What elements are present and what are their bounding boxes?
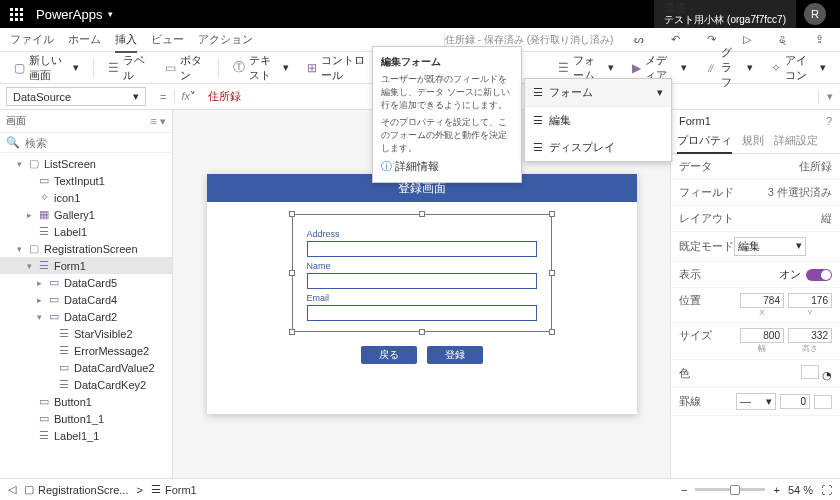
tree-node-dc4[interactable]: ▸▭DataCard4 xyxy=(0,291,172,308)
chevron-down-icon[interactable]: ▾ xyxy=(108,9,113,19)
zoom-in-icon[interactable]: + xyxy=(773,484,779,496)
tree-node-btn11[interactable]: ▭Button1_1 xyxy=(0,410,172,427)
label-icon: ☰ xyxy=(57,378,71,391)
button-button[interactable]: ▭ボタン xyxy=(159,51,210,85)
breadcrumb-form[interactable]: ☰Form1 xyxy=(151,483,197,496)
button-icon: ▭ xyxy=(37,412,51,425)
visible-toggle[interactable] xyxy=(806,269,832,281)
tab-advanced[interactable]: 詳細設定 xyxy=(774,129,818,153)
tree-node-btn1[interactable]: ▭Button1 xyxy=(0,393,172,410)
field-input[interactable] xyxy=(307,305,537,321)
formula-expand-icon[interactable]: ▾ xyxy=(818,90,840,103)
share-icon[interactable]: ୡ xyxy=(772,33,794,46)
screen-icon: ▢ xyxy=(27,157,41,170)
tab-rules[interactable]: 規則 xyxy=(742,129,764,153)
form-selection[interactable]: Address Name Email xyxy=(292,214,552,332)
tree-node-lbl11[interactable]: ☰Label1_1 xyxy=(0,427,172,444)
resize-handle[interactable] xyxy=(289,270,295,276)
tree-node-gallery[interactable]: ▸▦Gallery1 xyxy=(0,206,172,223)
publish-icon[interactable]: ⇪ xyxy=(808,33,830,46)
env-label: 環境 xyxy=(664,3,786,14)
textinput-icon: ▭ xyxy=(57,361,71,374)
label-button[interactable]: ☰ラベル xyxy=(102,51,153,85)
tooltip-link[interactable]: ⓘ 詳細情報 xyxy=(381,159,513,174)
tree-node-dck[interactable]: ☰DataCardKey2 xyxy=(0,376,172,393)
pos-y-input[interactable] xyxy=(788,293,832,308)
zoom-out-icon[interactable]: − xyxy=(681,484,687,496)
tree-node-dc5[interactable]: ▸▭DataCard5 xyxy=(0,274,172,291)
icons-icon: ✧ xyxy=(771,61,781,75)
submit-button[interactable]: 登録 xyxy=(427,346,483,364)
tree-node-star[interactable]: ☰StarVisible2 xyxy=(0,325,172,342)
help-icon[interactable]: ? xyxy=(826,115,832,127)
app-launcher-icon[interactable] xyxy=(6,4,26,24)
tree-node-listscreen[interactable]: ▾▢ListScreen xyxy=(0,155,172,172)
border-color-swatch[interactable] xyxy=(814,395,832,409)
tree-node-regscreen[interactable]: ▾▢RegistrationScreen xyxy=(0,240,172,257)
size-h-input[interactable] xyxy=(788,328,832,343)
display-form-icon: ☰ xyxy=(533,141,543,154)
resize-handle[interactable] xyxy=(549,211,555,217)
tree-node-dcv[interactable]: ▭DataCardValue2 xyxy=(0,359,172,376)
tab-properties[interactable]: プロパティ xyxy=(677,129,732,154)
menu-home[interactable]: ホーム xyxy=(68,32,101,47)
fit-icon[interactable]: ⛶ xyxy=(821,484,832,496)
size-w-input[interactable] xyxy=(740,328,784,343)
breadcrumb-screen[interactable]: ▢RegistrationScre... xyxy=(24,483,128,496)
screen-icon: ▢ xyxy=(27,242,41,255)
resize-handle[interactable] xyxy=(419,211,425,217)
text-button[interactable]: Ⓣテキスト▾ xyxy=(227,51,296,85)
menu-insert[interactable]: 挿入 xyxy=(115,32,137,53)
border-style-select[interactable]: —▾ xyxy=(736,393,776,410)
resize-handle[interactable] xyxy=(289,211,295,217)
search-icon: 🔍 xyxy=(6,136,20,149)
screen-icon: ▢ xyxy=(24,483,34,496)
environment-picker[interactable]: 環境 テスト用小林 (orga7f7fcc7) xyxy=(654,0,796,28)
tooltip-title: 編集フォーム xyxy=(381,55,513,69)
menu-file[interactable]: ファイル xyxy=(10,32,54,47)
menu-action[interactable]: アクション xyxy=(198,32,253,47)
dropdown-edit[interactable]: ☰編集 xyxy=(525,107,671,134)
resize-handle[interactable] xyxy=(549,270,555,276)
prop-layout-value[interactable]: 縦 xyxy=(821,211,832,226)
back-button[interactable]: 戻る xyxy=(361,346,417,364)
resize-handle[interactable] xyxy=(419,329,425,335)
form-icon: ☰ xyxy=(533,86,543,99)
text-icon: Ⓣ xyxy=(233,59,245,76)
tree-node-err[interactable]: ☰ErrorMessage2 xyxy=(0,342,172,359)
property-selector[interactable]: DataSource▾ xyxy=(6,87,146,106)
undo-icon[interactable]: ↶ xyxy=(664,33,686,46)
tree-node-form1[interactable]: ▾☰Form1 xyxy=(0,257,172,274)
nav-prev-icon[interactable]: ◁ xyxy=(8,483,16,496)
resize-handle[interactable] xyxy=(289,329,295,335)
border-width-input[interactable] xyxy=(780,394,810,409)
zoom-value: 54 % xyxy=(788,484,813,496)
prop-fields-label: フィールド xyxy=(679,185,734,200)
field-input[interactable] xyxy=(307,241,537,257)
chart-button[interactable]: ⫽グラフ▾ xyxy=(699,43,759,92)
icons-button[interactable]: ✧アイコン▾ xyxy=(765,51,832,85)
color-swatch[interactable] xyxy=(801,365,819,379)
tree-node-dc2[interactable]: ▾▭DataCard2 xyxy=(0,308,172,325)
new-screen-button[interactable]: ▢新しい画面▾ xyxy=(8,51,85,85)
avatar[interactable]: R xyxy=(804,3,826,25)
app-checker-icon[interactable]: ᔕ xyxy=(628,33,650,46)
color-picker-icon[interactable]: ◔ xyxy=(822,369,832,381)
search-input[interactable] xyxy=(25,137,166,149)
zoom-slider[interactable] xyxy=(695,488,765,491)
datacard-icon: ▭ xyxy=(47,310,61,323)
prop-data-value[interactable]: 住所録 xyxy=(799,159,832,174)
menu-view[interactable]: ビュー xyxy=(151,32,184,47)
resize-handle[interactable] xyxy=(549,329,555,335)
prop-fields-value[interactable]: 3 件選択済み xyxy=(768,185,832,200)
prop-mode-select[interactable]: 編集▾ xyxy=(734,237,806,256)
tree-node-icon1[interactable]: ✧icon1 xyxy=(0,189,172,206)
tree-options-icon[interactable]: ≡ ▾ xyxy=(151,115,166,128)
label-icon: ☰ xyxy=(57,344,71,357)
pos-x-input[interactable] xyxy=(740,293,784,308)
field-input[interactable] xyxy=(307,273,537,289)
tree-node-textinput[interactable]: ▭TextInput1 xyxy=(0,172,172,189)
equals-label: = xyxy=(152,91,174,103)
dropdown-display[interactable]: ☰ディスプレイ xyxy=(525,134,671,161)
tree-node-label1[interactable]: ☰Label1 xyxy=(0,223,172,240)
